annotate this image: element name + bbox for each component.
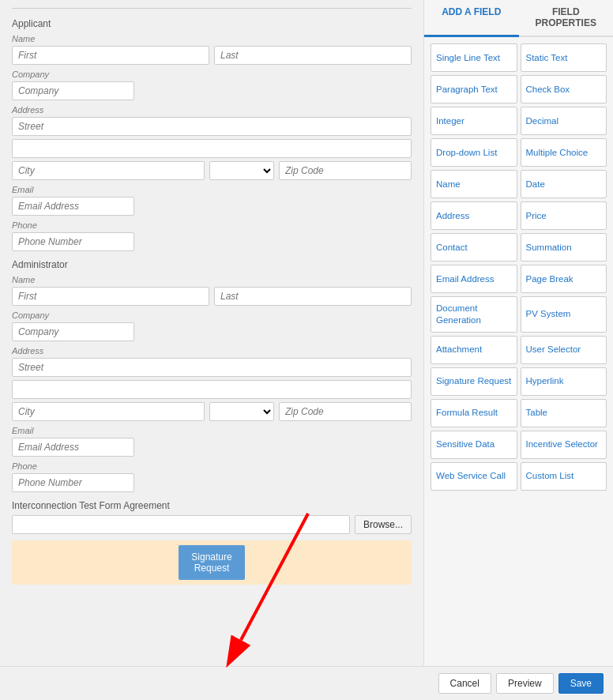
field-btn-sensitive-data[interactable]: Sensitive Data <box>431 431 517 459</box>
agreement-section: Interconnection Test Form Agreement Brow… <box>12 500 412 585</box>
field-btn-single-line-text[interactable]: Single Line Text <box>431 43 517 72</box>
signature-request-button[interactable]: SignatureRequest <box>179 545 244 580</box>
signature-request-area: SignatureRequest <box>12 540 412 585</box>
field-btn-page-break[interactable]: Page Break <box>521 265 607 293</box>
agreement-file-input[interactable] <box>12 515 350 534</box>
right-panel: ADD A FIELD FIELD PROPERTIES Single Line… <box>423 0 613 666</box>
admin-company-row <box>12 322 412 341</box>
field-btn-web-service-call[interactable]: Web Service Call <box>431 462 517 491</box>
field-btn-hyperlink[interactable]: Hyperlink <box>521 367 607 396</box>
admin-first-input[interactable] <box>12 287 209 306</box>
applicant-name-row <box>12 46 412 65</box>
admin-last-input[interactable] <box>214 287 412 306</box>
tab-field-properties[interactable]: FIELD PROPERTIES <box>519 0 614 37</box>
admin-zip-input[interactable] <box>279 402 412 421</box>
field-btn-contact[interactable]: Contact <box>431 233 517 262</box>
field-btn-summation[interactable]: Summation <box>521 233 607 262</box>
applicant-company-row <box>12 81 412 100</box>
admin-phone-row <box>12 473 412 492</box>
field-btn-drop-down-list[interactable]: Drop-down List <box>431 138 517 167</box>
admin-email-label: Email <box>12 426 412 435</box>
admin-name-row <box>12 287 412 306</box>
field-btn-price[interactable]: Price <box>521 201 607 230</box>
applicant-phone-input[interactable] <box>12 232 134 251</box>
admin-email-row <box>12 438 412 457</box>
fields-grid: Single Line TextStatic TextParagraph Tex… <box>424 37 613 497</box>
applicant-phone-row <box>12 232 412 251</box>
field-btn-user-selector[interactable]: User Selector <box>521 336 607 364</box>
applicant-city-input[interactable] <box>12 161 205 180</box>
field-btn-integer[interactable]: Integer <box>431 107 517 135</box>
preview-button[interactable]: Preview <box>496 673 554 694</box>
admin-street-row <box>12 358 412 377</box>
divider <box>12 8 412 9</box>
admin-company-input[interactable] <box>12 322 134 341</box>
applicant-company-label: Company <box>12 70 412 79</box>
applicant-address-label: Address <box>12 105 412 115</box>
admin-street-input[interactable] <box>12 358 412 377</box>
tab-add-field[interactable]: ADD A FIELD <box>424 0 519 37</box>
administrator-label: Administrator <box>12 259 412 270</box>
admin-address-label: Address <box>12 346 412 356</box>
applicant-email-label: Email <box>12 185 412 194</box>
applicant-email-input[interactable] <box>12 197 134 216</box>
applicant-city-row <box>12 161 412 180</box>
admin-name-label: Name <box>12 275 412 284</box>
admin-city-input[interactable] <box>12 402 205 421</box>
field-btn-date[interactable]: Date <box>521 170 607 198</box>
applicant-street-input[interactable] <box>12 117 412 136</box>
admin-city-row <box>12 402 412 421</box>
field-btn-formula-result[interactable]: Formula Result <box>431 399 517 427</box>
field-btn-decimal[interactable]: Decimal <box>521 107 607 135</box>
applicant-section: Applicant Name Company Address <box>12 18 412 251</box>
applicant-label: Applicant <box>12 18 412 29</box>
field-btn-name[interactable]: Name <box>431 170 517 198</box>
admin-phone-label: Phone <box>12 461 412 471</box>
applicant-zip-input[interactable] <box>279 161 412 180</box>
applicant-email-row <box>12 197 412 216</box>
admin-state-select[interactable] <box>209 402 274 421</box>
applicant-last-input[interactable] <box>214 46 412 65</box>
field-btn-email-address[interactable]: Email Address <box>431 265 517 293</box>
applicant-company-input[interactable] <box>12 81 134 100</box>
applicant-street2-input[interactable] <box>12 139 412 158</box>
applicant-state-select[interactable] <box>209 161 274 180</box>
field-btn-paragraph-text[interactable]: Paragraph Text <box>431 75 517 103</box>
applicant-first-input[interactable] <box>12 46 209 65</box>
browse-button[interactable]: Browse... <box>355 515 412 534</box>
field-btn-table[interactable]: Table <box>521 399 607 427</box>
field-btn-attachment[interactable]: Attachment <box>431 336 517 364</box>
field-btn-custom-list[interactable]: Custom List <box>521 462 607 491</box>
form-editor-panel: Applicant Name Company Address <box>0 0 423 666</box>
field-btn-signature-request[interactable]: Signature Request <box>431 367 517 396</box>
admin-email-input[interactable] <box>12 438 134 457</box>
admin-company-label: Company <box>12 310 412 320</box>
applicant-phone-label: Phone <box>12 220 412 230</box>
bottom-bar: Cancel Preview Save <box>0 666 613 700</box>
field-btn-document-generation[interactable]: Document Generation <box>431 296 517 333</box>
admin-phone-input[interactable] <box>12 473 134 492</box>
field-btn-address[interactable]: Address <box>431 201 517 230</box>
applicant-name-label: Name <box>12 34 412 43</box>
tabs-header: ADD A FIELD FIELD PROPERTIES <box>424 0 613 37</box>
field-btn-static-text[interactable]: Static Text <box>521 43 607 72</box>
field-btn-multiple-choice[interactable]: Multiple Choice <box>521 138 607 167</box>
field-btn-check-box[interactable]: Check Box <box>521 75 607 103</box>
field-btn-pv-system[interactable]: PV System <box>521 296 607 333</box>
applicant-street2-row <box>12 139 412 158</box>
admin-street2-input[interactable] <box>12 380 412 399</box>
agreement-file-row: Browse... <box>12 515 412 534</box>
applicant-street-row <box>12 117 412 136</box>
admin-street2-row <box>12 380 412 399</box>
cancel-button[interactable]: Cancel <box>438 673 491 694</box>
agreement-label: Interconnection Test Form Agreement <box>12 500 412 511</box>
administrator-section: Administrator Name Company Address <box>12 259 412 492</box>
save-button[interactable]: Save <box>558 673 604 694</box>
field-btn-incentive-selector[interactable]: Incentive Selector <box>521 431 607 459</box>
